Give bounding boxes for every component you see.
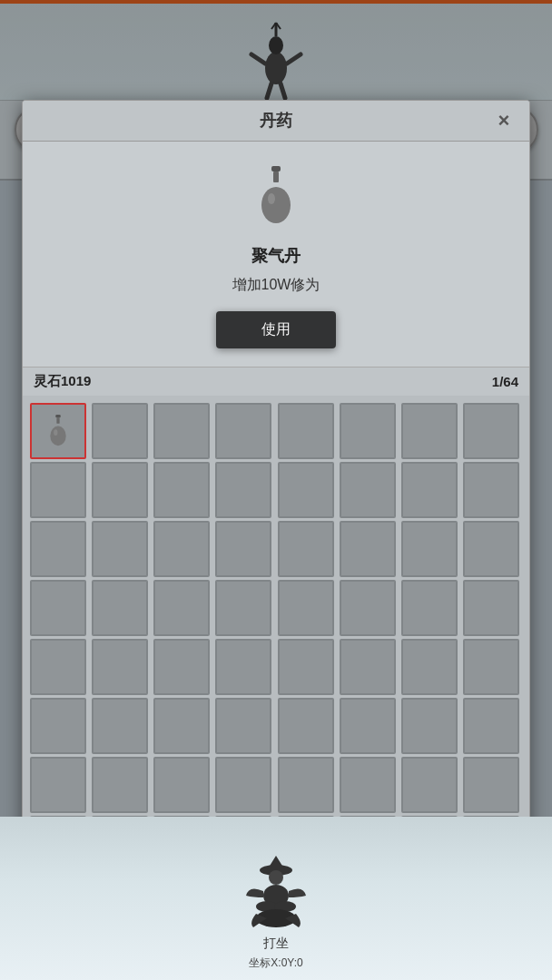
inventory-slot[interactable] <box>92 698 148 754</box>
inventory-slot[interactable] <box>92 639 148 695</box>
inventory-slot[interactable] <box>153 462 210 518</box>
inventory-slot[interactable] <box>153 698 210 754</box>
inventory-slot[interactable] <box>278 698 334 754</box>
inventory-slot[interactable] <box>463 462 519 518</box>
inventory-slot[interactable] <box>340 757 396 813</box>
inventory-slot[interactable] <box>92 757 148 813</box>
inventory-slot[interactable] <box>30 521 86 577</box>
inventory-slot[interactable] <box>401 698 458 754</box>
inventory-slot[interactable] <box>30 462 86 518</box>
item-name: 聚气丹 <box>251 245 301 267</box>
svg-point-52 <box>50 426 65 446</box>
svg-rect-47 <box>273 172 279 182</box>
inventory-slot[interactable] <box>215 639 271 695</box>
inventory-slot[interactable] <box>340 580 396 636</box>
inventory-slot[interactable] <box>92 521 148 577</box>
item-description: 增加10W修为 <box>232 276 320 295</box>
bottom-character-label: 打坐 <box>263 936 289 952</box>
svg-rect-51 <box>56 417 59 424</box>
inventory-slot[interactable] <box>92 462 148 518</box>
modal-header: 丹药 × <box>23 101 529 142</box>
inventory-slot[interactable] <box>463 639 519 695</box>
inventory-slot[interactable] <box>153 580 210 636</box>
svg-point-56 <box>269 870 283 885</box>
inventory-slot[interactable] <box>278 403 334 459</box>
inventory-slot[interactable] <box>340 462 396 518</box>
inventory-slot[interactable] <box>30 580 86 636</box>
inventory-slot[interactable] <box>30 403 86 459</box>
svg-point-49 <box>268 193 275 204</box>
inventory-slot[interactable] <box>340 639 396 695</box>
inventory-slot[interactable] <box>278 521 334 577</box>
modal-danyao: 丹药 × 聚气丹 增加10W修为 使用 <box>22 100 530 880</box>
inventory-slot[interactable] <box>30 639 86 695</box>
inventory-slot[interactable] <box>463 580 519 636</box>
item-icon-container <box>240 160 312 232</box>
inventory-slot[interactable] <box>401 580 458 636</box>
inventory-slot[interactable] <box>215 521 271 577</box>
inventory-grid <box>23 396 529 879</box>
inventory-slot[interactable] <box>463 698 519 754</box>
svg-point-53 <box>54 429 57 436</box>
bottom-scene: 打坐 坐标X:0Y:0 <box>0 817 552 980</box>
inventory-slot[interactable] <box>340 698 396 754</box>
inventory-slot[interactable] <box>401 462 458 518</box>
currency-display: 灵石1019 <box>34 373 91 390</box>
modal-body: 聚气丹 增加10W修为 使用 <box>23 142 529 367</box>
inventory-header: 灵石1019 1/64 <box>23 367 529 396</box>
slot-count-display: 1/64 <box>492 374 518 389</box>
inventory-slot[interactable] <box>215 403 271 459</box>
modal-title: 丹药 <box>260 110 292 132</box>
inventory-slot[interactable] <box>278 757 334 813</box>
inventory-slot[interactable] <box>401 639 458 695</box>
svg-rect-50 <box>55 415 60 417</box>
inventory-slot[interactable] <box>463 521 519 577</box>
svg-point-48 <box>261 187 291 223</box>
inventory-slot[interactable] <box>340 521 396 577</box>
inventory-slot[interactable] <box>215 698 271 754</box>
inventory-slot[interactable] <box>153 521 210 577</box>
inventory-slot[interactable] <box>153 757 210 813</box>
inventory-slot[interactable] <box>278 580 334 636</box>
inventory-slot[interactable] <box>401 521 458 577</box>
inventory-slot[interactable] <box>30 698 86 754</box>
inventory-slot[interactable] <box>92 580 148 636</box>
inventory-slot[interactable] <box>463 757 519 813</box>
potion-icon-large <box>253 164 299 228</box>
inventory-slot[interactable] <box>401 757 458 813</box>
use-button[interactable]: 使用 <box>216 311 336 348</box>
inventory-slot[interactable] <box>340 403 396 459</box>
bottom-character-icon <box>235 850 317 932</box>
inventory-slot[interactable] <box>153 403 210 459</box>
inventory-slot[interactable] <box>215 757 271 813</box>
inventory-slot[interactable] <box>463 403 519 459</box>
inventory-slot[interactable] <box>215 462 271 518</box>
inventory-slot[interactable] <box>401 403 458 459</box>
inventory-slot[interactable] <box>215 580 271 636</box>
svg-marker-55 <box>267 856 285 870</box>
slot-potion-icon <box>41 414 75 448</box>
inventory-slot[interactable] <box>153 639 210 695</box>
svg-rect-46 <box>271 166 281 172</box>
inventory-slot[interactable] <box>278 462 334 518</box>
inventory-slot[interactable] <box>92 403 148 459</box>
inventory-slot[interactable] <box>278 639 334 695</box>
coords-text: 坐标X:0Y:0 <box>249 956 302 971</box>
inventory-slot[interactable] <box>30 757 86 813</box>
modal-close-button[interactable]: × <box>489 106 518 135</box>
